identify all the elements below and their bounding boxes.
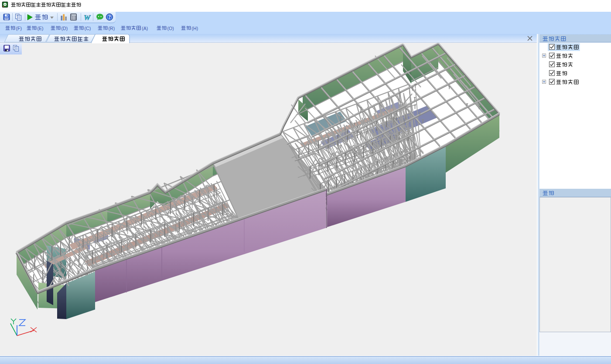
svg-text:(R): (R) — [109, 26, 115, 31]
svg-text:(H): (H) — [192, 26, 198, 31]
svg-text:(E): (E) — [38, 26, 44, 31]
svg-text:?: ? — [108, 14, 111, 20]
svg-text:(O): (O) — [167, 26, 174, 31]
svg-text:(F): (F) — [16, 26, 22, 31]
svg-text:(D): (D) — [61, 26, 68, 31]
svg-text:W: W — [84, 14, 91, 22]
svg-text:(C): (C) — [85, 26, 91, 31]
svg-text:(A): (A) — [142, 26, 148, 31]
